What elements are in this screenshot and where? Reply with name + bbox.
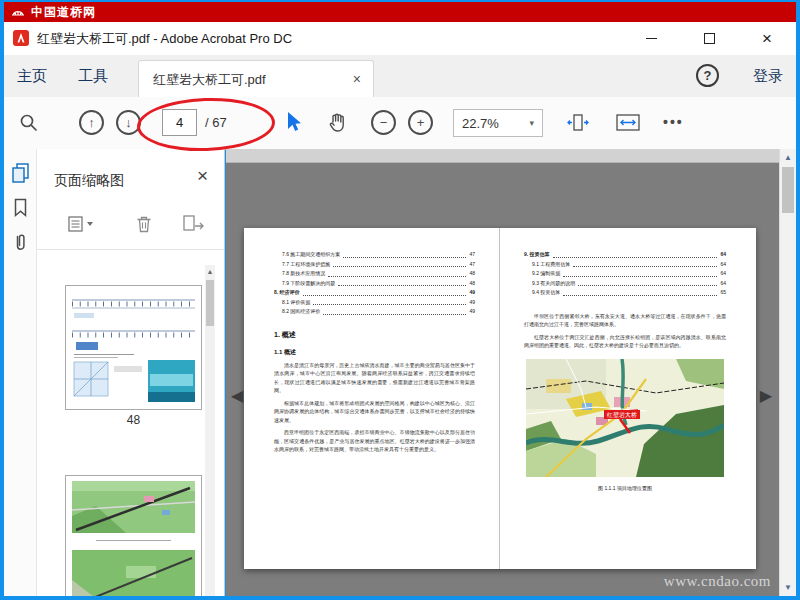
minimize-button[interactable] <box>634 22 668 55</box>
toc-entry: 8.2 国民经济评价 <box>282 307 320 317</box>
zoom-in-button[interactable]: + <box>408 110 433 135</box>
next-page-button[interactable]: ↓ <box>116 110 141 135</box>
aerial-map-images <box>66 476 201 596</box>
site-banner: 中国道桥网 <box>4 2 796 22</box>
left-nav-strip <box>4 149 37 596</box>
document-tab-close-icon[interactable]: × <box>353 61 361 98</box>
attachments-icon[interactable] <box>9 231 32 254</box>
viewer-top-strip <box>226 149 779 163</box>
toc-page: 64 <box>720 250 726 260</box>
subsection-heading: 1.1 概述 <box>274 348 475 357</box>
bookmarks-icon[interactable] <box>9 196 32 219</box>
toc-page: 49 <box>469 288 475 298</box>
toc-entry: 9.3 有关问题的说明 <box>532 279 575 289</box>
panel-scrollbar-thumb[interactable] <box>206 280 214 326</box>
body-paragraph: 清水是清江市的母亲河，历史上古城依清水而建，城市主要的商业贸易与居住区集中于清水… <box>274 361 475 395</box>
body-paragraph: 西亚坪组团位于永定区西南端，承担市级商业中心、市级物流集散中心以及部分居住功能，… <box>274 428 475 454</box>
panel-title: 页面缩略图 <box>54 172 124 190</box>
more-tools-button[interactable]: ••• <box>663 97 684 147</box>
toc-entry: 7.7 工程环境保护措施 <box>282 260 330 270</box>
zoom-level-dropdown[interactable]: 22.7% ▾ <box>453 109 543 137</box>
window-title: 红壁岩大桥工可.pdf - Adobe Acrobat Pro DC <box>37 22 292 55</box>
section-heading: 1. 概述 <box>274 330 475 340</box>
toc-page: 64 <box>720 269 726 279</box>
bridge-logo-icon <box>11 5 25 19</box>
tab-tools[interactable]: 工具 <box>78 55 108 97</box>
zoom-out-button[interactable]: − <box>371 110 396 135</box>
toc-entry: 8. 经济评价 <box>274 288 300 298</box>
previous-view-arrow[interactable]: ◀ <box>231 386 243 405</box>
toc-entry: 9.4 投资估算 <box>532 288 560 298</box>
toc-page: 47 <box>469 250 475 260</box>
map-bridge-label: 红壁岩大桥 <box>606 411 637 419</box>
page-fit-icon[interactable] <box>565 111 591 135</box>
viewer-scrollbar-thumb[interactable] <box>782 167 794 213</box>
thumbnail-page-49[interactable] <box>65 475 202 596</box>
bridge-elevation-drawing <box>66 286 201 409</box>
close-window-button[interactable]: × <box>750 22 784 55</box>
toc-page: 65 <box>720 288 726 298</box>
acrobat-app-icon <box>13 30 29 46</box>
toc-entry: 9. 投资估算 <box>524 250 550 260</box>
document-tab[interactable]: 红壁岩大桥工可.pdf × <box>138 60 374 98</box>
application-window: 中国道桥网 红壁岩大桥工可.pdf - Adobe Acrobat Pro DC… <box>0 0 800 600</box>
maximize-glyph <box>704 33 715 44</box>
page-left: 7.6 施工期间交通组织方案47 7.7 工程环境保护措施47 7.8 新技术应… <box>244 228 500 569</box>
toc-entry: 9.2 编制依据 <box>532 269 560 279</box>
document-tab-label: 红壁岩大桥工可.pdf <box>153 61 266 98</box>
toc-entry: 7.8 新技术应用情况 <box>282 269 325 279</box>
body-paragraph: 根据城市总体规划，城市将形成组团式发展的空间格局，构建以中心城区为核心、沿江两岸… <box>274 399 475 425</box>
toc-entry: 7.6 施工期间交通组织方案 <box>282 250 340 260</box>
page-total-label: / 67 <box>205 97 227 149</box>
panel-separator <box>37 249 224 250</box>
panel-scroll-up-icon[interactable]: ▲ <box>205 265 215 278</box>
hand-tool-icon[interactable] <box>325 110 351 136</box>
minimize-glyph <box>646 38 657 39</box>
toc-page: 48 <box>469 279 475 289</box>
toolbar: ↑ ↓ 4 / 67 − + 22.7% ▾ ••• <box>4 97 796 150</box>
page-number-input[interactable]: 4 <box>162 109 197 136</box>
panel-scrollbar[interactable]: ▲ <box>205 265 215 596</box>
document-viewer: 7.6 施工期间交通组织方案47 7.7 工程环境保护措施47 7.8 新技术应… <box>226 149 779 596</box>
toc-page: 64 <box>720 260 726 270</box>
toc-entry: 7.9 下阶段需解决的问题 <box>282 279 335 289</box>
previous-page-button[interactable]: ↑ <box>79 110 104 135</box>
scroll-down-icon[interactable]: ▼ <box>780 579 796 596</box>
toc-entry: 8.1 评价依据 <box>282 298 310 308</box>
body-paragraph: 坪坝区位于西侧紧邻大桥，东有永安大道、通水大桥等过江通道，在现状条件下，急需打通… <box>524 312 726 329</box>
thumbnail-options-icon[interactable] <box>67 211 99 237</box>
search-icon[interactable] <box>17 111 41 135</box>
thumbnail-page-number: 48 <box>65 413 202 427</box>
viewer-scrollbar[interactable]: ▲ ▼ <box>779 149 796 596</box>
scroll-up-icon[interactable]: ▲ <box>780 149 796 166</box>
location-map-figure: 红壁岩大桥 图 1.1.1 项目地理位置图 <box>524 359 726 491</box>
tab-home[interactable]: 主页 <box>17 55 47 97</box>
tab-bar: 主页 工具 红壁岩大桥工可.pdf × ? 登录 <box>4 55 796 98</box>
select-tool-icon[interactable] <box>281 109 305 136</box>
panel-close-icon[interactable]: × <box>197 165 208 187</box>
trash-icon[interactable] <box>133 211 165 237</box>
watermark-text: www.cndao.com <box>664 573 771 590</box>
figure-caption: 图 1.1.1 项目地理位置图 <box>524 485 726 491</box>
page-thumbnails-icon[interactable] <box>9 161 32 184</box>
toc-page: 48 <box>469 269 475 279</box>
page-spread: 7.6 施工期间交通组织方案47 7.7 工程环境保护措施47 7.8 新技术应… <box>244 228 756 569</box>
fit-width-icon[interactable] <box>613 111 643 135</box>
toc-page: 49 <box>469 307 475 317</box>
thumbnails-panel: 页面缩略图 × <box>37 149 225 596</box>
zoom-level-value: 22.7% <box>462 116 499 131</box>
toc-page: 49 <box>469 298 475 308</box>
chevron-down-icon: ▾ <box>529 118 534 128</box>
next-view-arrow[interactable]: ▶ <box>760 386 772 405</box>
toc-page: 47 <box>469 260 475 270</box>
location-map-image: 红壁岩大桥 <box>526 359 724 477</box>
body-paragraph: 红壁岩大桥位于两江交汇处西侧，向北连接长松组团，是该区域内跨越清水、联系南北两岸… <box>524 333 726 350</box>
sign-in-button[interactable]: 登录 <box>753 55 783 97</box>
thumbnail-page-48[interactable] <box>65 285 202 410</box>
help-button[interactable]: ? <box>696 64 719 87</box>
maximize-button[interactable] <box>692 22 726 55</box>
site-name: 中国道桥网 <box>31 4 96 21</box>
extract-pages-icon[interactable] <box>181 211 213 237</box>
window-titlebar: 红壁岩大桥工可.pdf - Adobe Acrobat Pro DC × <box>4 22 796 56</box>
toc-entry: 9.1 工程费用估算 <box>532 260 570 270</box>
